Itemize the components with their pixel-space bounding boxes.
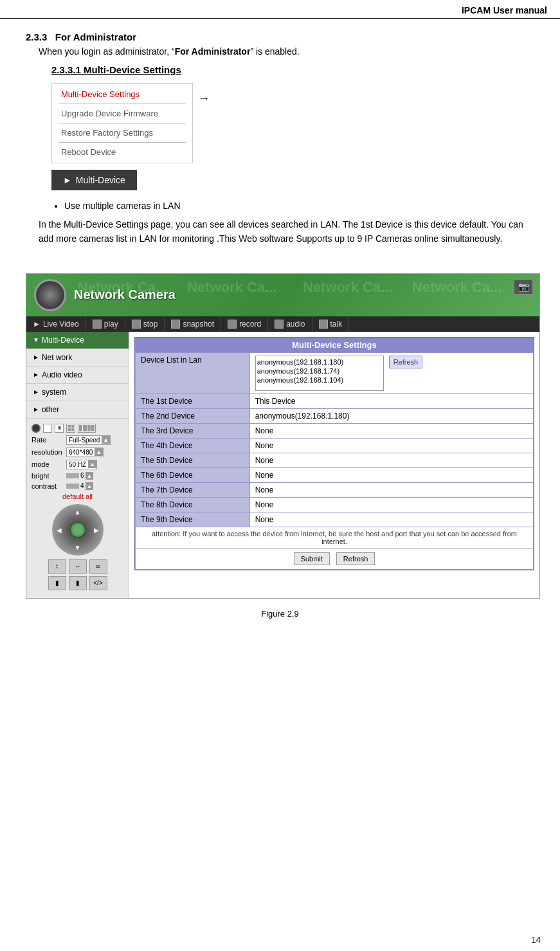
nav-audio[interactable]: audio xyxy=(268,316,312,332)
nav-talk[interactable]: talk xyxy=(312,316,350,332)
lan-label-cell: Device List in Lan xyxy=(136,352,250,394)
menu-item-upgrade[interactable]: Upgrade Device Firmware xyxy=(52,105,192,122)
attention-row: attention: If you want to access the dev… xyxy=(136,527,534,548)
contrast-value: 4 xyxy=(80,482,84,489)
nav-stop[interactable]: stop xyxy=(125,316,165,332)
device-7-value: None xyxy=(249,482,533,497)
camera-header: Network Ca... Network Ca... Network Ca..… xyxy=(26,274,539,316)
rate-up-btn[interactable]: ▲ xyxy=(102,436,110,444)
resolution-up-btn[interactable]: ▲ xyxy=(95,448,103,456)
bright-label: bright xyxy=(32,472,64,480)
lan-value-cell: anonymous(192.168.1.180) anonymous(192.1… xyxy=(249,352,533,394)
bright-minus xyxy=(66,473,79,478)
default-all-link[interactable]: default all xyxy=(32,493,123,500)
camera-screenshot: Network Ca... Network Ca... Network Ca..… xyxy=(26,273,540,599)
contrast-up-btn[interactable]: ▲ xyxy=(86,482,94,490)
snapshot-icon-box xyxy=(171,320,180,329)
icon-btn-3[interactable]: ∞ xyxy=(89,559,107,574)
resolution-value: 640*480 xyxy=(67,448,95,457)
menu-divider3 xyxy=(59,142,186,143)
device-2-value: anonymous(192.168.1.180) xyxy=(249,408,533,423)
device-6-label: The 6th Device xyxy=(136,467,250,482)
tri-down-icon: ▼ xyxy=(33,336,39,343)
device-5-value: None xyxy=(249,453,533,467)
figure-caption: Figure 2.9 xyxy=(26,609,534,619)
nav-snapshot[interactable]: snapshot xyxy=(165,316,221,332)
grid2 xyxy=(78,424,96,433)
icon-btn-1[interactable]: ↕ xyxy=(48,559,66,574)
bright-up-btn[interactable]: ▲ xyxy=(86,472,94,480)
contrast-minus xyxy=(66,484,79,489)
table-row-device-7: The 7th Device None xyxy=(136,482,534,497)
sidebar-item-audio[interactable]: ► Audio video xyxy=(26,367,129,384)
device-4-value: None xyxy=(249,438,533,453)
table-row-device-6: The 6th Device None xyxy=(136,467,534,482)
resolution-stepper[interactable]: 640*480 ▲ xyxy=(66,448,104,457)
refresh-button-2[interactable]: Refresh xyxy=(336,552,375,565)
sq3 xyxy=(66,424,75,433)
section-subtitle: When you login as administrator, “For Ad… xyxy=(39,46,534,57)
menu-image-area: Multi-Device Settings Upgrade Device Fir… xyxy=(51,83,534,190)
bright-value: 6 xyxy=(80,472,84,479)
sidebar-item-network[interactable]: ► Net work xyxy=(26,349,129,367)
icon-btn-6[interactable]: </> xyxy=(89,576,107,590)
table-row-device-4: The 4th Device None xyxy=(136,438,534,453)
section-heading: 2.3.3 For Administrator xyxy=(26,32,534,42)
table-row-device-1: The 1st Device This Device xyxy=(136,394,534,408)
resolution-label: resolution xyxy=(32,448,64,456)
contrast-label: contrast xyxy=(32,482,64,490)
multi-device-button[interactable]: ► Multi-Device xyxy=(51,170,137,190)
device-7-label: The 7th Device xyxy=(136,482,250,497)
ptz-ring[interactable]: ▲ ▼ ◀ ▶ xyxy=(52,504,104,556)
mode-up-btn[interactable]: ▲ xyxy=(88,460,96,468)
menu-item-restore[interactable]: Restore Factory Settings xyxy=(52,125,192,141)
lan-device-list[interactable]: anonymous(192.168.1.180) anonymous(192.1… xyxy=(255,356,384,391)
record-icon-box xyxy=(228,320,237,329)
sidebar-item-other[interactable]: ► other xyxy=(26,401,129,419)
talk-icon-box xyxy=(319,320,328,329)
refresh-button[interactable]: Refresh xyxy=(389,356,423,368)
mode-value: 50 HZ xyxy=(67,460,88,469)
table-row-device-5: The 5th Device None xyxy=(136,453,534,467)
menu-item-multi-device[interactable]: Multi-Device Settings xyxy=(52,86,192,102)
action-cell: Submit Refresh xyxy=(136,548,534,569)
nav-play[interactable]: play xyxy=(86,316,125,332)
icon-btn-4[interactable]: ▮ xyxy=(48,576,66,590)
camera-icon: 📷 xyxy=(514,279,533,294)
nav-live-video[interactable]: ► Live Video xyxy=(26,316,86,332)
icon-btn-2[interactable]: ↔ xyxy=(69,559,87,574)
play-icon-box xyxy=(93,320,102,329)
menu-item-reboot[interactable]: Reboot Device xyxy=(52,144,192,160)
device-1-label: The 1st Device xyxy=(136,394,250,408)
camera-title: Network Camera xyxy=(74,287,176,302)
mode-stepper[interactable]: 50 HZ ▲ xyxy=(66,460,97,469)
tri-right-icon: ► xyxy=(33,354,39,361)
table-row-device-8: The 8th Device None xyxy=(136,497,534,512)
action-row: Submit Refresh xyxy=(136,548,534,569)
contrast-control: contrast 4 ▲ xyxy=(32,482,123,490)
device-6-value: None xyxy=(249,467,533,482)
rate-value: Full-Speed xyxy=(67,436,102,444)
device-4-label: The 4th Device xyxy=(136,438,250,453)
sidebar-item-system[interactable]: ► system xyxy=(26,384,129,401)
stop-icon-box xyxy=(132,320,141,329)
nav-record[interactable]: record xyxy=(221,316,268,332)
multi-device-panel: Multi-Device Settings Device List in Lan xyxy=(134,337,534,570)
audio-icon-box xyxy=(275,320,284,329)
attention-cell: attention: If you want to access the dev… xyxy=(136,527,534,548)
sidebar-item-multidevice[interactable]: ▼ Multi-Device xyxy=(26,332,129,349)
description-paragraph: In the Multi-Device Settings page, you c… xyxy=(39,217,534,246)
submit-button[interactable]: Submit xyxy=(294,552,330,565)
device-3-label: The 3rd Device xyxy=(136,423,250,438)
rate-control: Rate Full-Speed ▲ xyxy=(32,435,123,445)
device-5-label: The 5th Device xyxy=(136,453,250,467)
rate-stepper[interactable]: Full-Speed ▲ xyxy=(66,435,111,445)
icon-btn-5[interactable]: ▮ xyxy=(69,576,87,590)
record-dot xyxy=(32,424,41,433)
camera-logo xyxy=(34,279,66,311)
watermark4: Network Ca... xyxy=(412,279,501,296)
section-number: 2.3.3 For Administrator xyxy=(26,32,136,42)
ptz-area: ▲ ▼ ◀ ▶ xyxy=(32,504,123,556)
play-nav-icon: ► xyxy=(33,320,41,329)
sq2: ⊕ xyxy=(55,424,64,433)
